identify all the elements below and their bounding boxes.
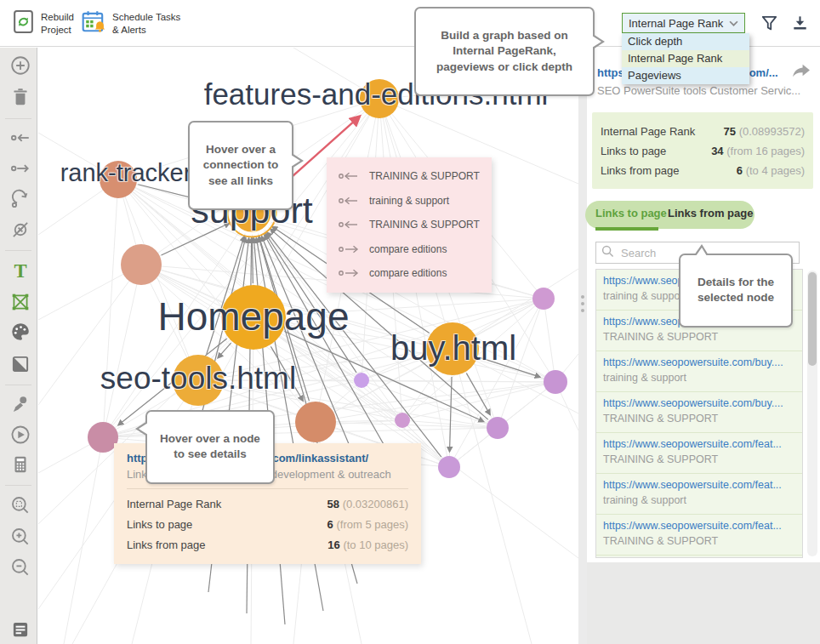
link-row-url[interactable]: https://www.seopowersuite.com/buy.... [603, 397, 792, 409]
node-label: rank-tracker [60, 159, 192, 187]
build-graph-callout: Build a graph based on Internal PageRank… [414, 7, 595, 96]
schedule-tasks-icon [81, 9, 106, 37]
selected-node-stats: Internal Page Rank 75 (0.08993572) Links… [592, 112, 813, 189]
link-row-url[interactable]: https://www.seopowersuite.com/feat... [603, 520, 792, 532]
open-page-icon[interactable] [791, 63, 811, 83]
pin-icon[interactable] [9, 393, 31, 415]
loop-links-icon[interactable] [9, 189, 31, 211]
node-label: buy.html [390, 329, 516, 368]
outgoing-link-icon [338, 268, 360, 278]
node-details-panel: https://www.seopowersuite.com/... SEO Po… [587, 48, 820, 644]
stat-row: Links from page 6 (to 4 pages) [601, 161, 805, 180]
links-scrollbar-thumb[interactable] [808, 272, 817, 366]
connection-link-anchor: compare editions [369, 267, 447, 279]
link-row[interactable]: https://www.seopowersuite.com/buy....tra… [596, 351, 802, 392]
outgoing-links-icon[interactable] [9, 157, 31, 180]
graph-node-purple-3[interactable] [487, 417, 509, 439]
calculator-icon[interactable] [9, 453, 31, 476]
metric-option-click-depth[interactable]: Click depth [622, 33, 749, 50]
connection-link-row: training & support [327, 189, 492, 214]
link-row-url[interactable]: https://www.seopowersuite.com/buy.... [603, 356, 792, 368]
graph-node-purple-5[interactable] [395, 413, 410, 428]
connection-link-row: TRAINING & SUPPORT [327, 164, 492, 189]
zoom-region-icon[interactable] [9, 494, 31, 516]
link-row[interactable]: https://www.seopowersuite.com/feat...TRA… [596, 433, 802, 474]
outgoing-link-icon [338, 244, 360, 254]
graph-node-purple-4[interactable] [438, 456, 460, 478]
contrast-icon[interactable] [9, 353, 31, 375]
website-auditor-visualization: Rebuild Project Schedule Tasks & Alerts [0, 0, 820, 644]
graph-metric-menu: Click depth Internal Page Rank Pageviews [622, 33, 749, 84]
hover-node-callout-text: Hover over a node to see details [160, 432, 260, 460]
node-shapes-icon[interactable] [9, 291, 31, 313]
export-download-icon[interactable] [790, 14, 810, 37]
link-row-anchor: training & support [603, 494, 795, 506]
schedule-tasks-label: Schedule Tasks & Alerts [112, 11, 185, 37]
stat-row: Internal Page Rank 75 (0.08993572) [601, 122, 805, 141]
visualization-toolbar: T [0, 48, 37, 644]
add-node-icon[interactable] [9, 54, 31, 77]
incoming-link-icon [338, 171, 360, 181]
tab-links-to-page[interactable]: Links to page [595, 207, 667, 219]
graph-node-purple-1[interactable] [532, 288, 555, 310]
notes-icon[interactable] [9, 618, 31, 641]
panel-resize-handle[interactable] [578, 48, 587, 644]
graph-node-purple-6[interactable] [354, 373, 369, 388]
tab-links-from-page[interactable]: Links from page [668, 207, 753, 219]
incoming-link-icon [338, 219, 360, 230]
palette-icon[interactable] [9, 321, 31, 343]
connection-link-row: compare editions [327, 261, 492, 286]
node-label: seo-tools.html [100, 361, 296, 396]
connection-link-anchor: training & support [369, 195, 449, 207]
stat-row: Links to page 34 (from 16 pages) [601, 141, 805, 161]
connection-link-anchor: TRAINING & SUPPORT [369, 170, 480, 182]
selected-node-callout: Details for the selected node [679, 254, 793, 328]
node-label: Homepage [157, 294, 349, 339]
graph-node-salmon-3[interactable] [295, 402, 336, 442]
connection-link-anchor: TRAINING & SUPPORT [369, 219, 480, 231]
hover-node-callout: Hover over a node to see details [145, 410, 275, 484]
incoming-link-icon [338, 196, 360, 206]
link-row-anchor: TRAINING & SUPPORT [603, 331, 795, 343]
delete-node-icon[interactable] [9, 86, 31, 108]
svg-text:T: T [14, 260, 26, 282]
rebuild-project-icon [12, 9, 35, 37]
selected-node-callout-text: Details for the selected node [698, 276, 774, 304]
zoom-out-icon[interactable] [9, 556, 31, 578]
connection-link-row: TRAINING & SUPPORT [327, 213, 492, 237]
play-icon[interactable] [9, 424, 31, 446]
active-tab-underline [595, 227, 658, 231]
text-labels-icon[interactable]: T [9, 259, 31, 282]
link-row-anchor: TRAINING & SUPPORT [603, 535, 795, 547]
metric-option-internal-page-rank[interactable]: Internal Page Rank [622, 50, 749, 67]
graph-metric-value: Internal Page Rank [629, 17, 723, 30]
link-row[interactable]: https://www.seopowersuite.com/buy....TRA… [596, 392, 802, 433]
connection-link-row: compare editions [327, 237, 492, 262]
connection-link-anchor: compare editions [369, 243, 447, 255]
incoming-links-icon[interactable] [9, 127, 31, 149]
link-row-anchor: TRAINING & SUPPORT [603, 453, 795, 465]
graph-canvas[interactable]: features-and-editions.htmlrank-trackersu… [38, 48, 578, 644]
node-tooltip-stat-row: Links to page 6 (from 5 pages) [127, 515, 408, 535]
graph-node-salmon-2[interactable] [121, 244, 162, 285]
search-icon [601, 245, 614, 261]
graph-node-purple-2[interactable] [544, 370, 567, 394]
filter-icon[interactable] [760, 14, 779, 37]
connection-links-tooltip: TRAINING & SUPPORTtraining & supportTRAI… [327, 157, 492, 293]
remove-link-icon[interactable] [9, 219, 31, 241]
build-graph-callout-text: Build a graph based on Internal PageRank… [436, 29, 572, 72]
node-tooltip-stat-row: Links from page 16 (to 10 pages) [127, 535, 408, 556]
panel-footer [587, 562, 820, 644]
metric-option-pageviews[interactable]: Pageviews [622, 67, 749, 84]
rebuild-project-button[interactable]: Rebuild Project [12, 9, 82, 37]
link-row[interactable]: https://www.seopowersuite.com/feat...tra… [596, 474, 802, 515]
zoom-in-icon[interactable] [9, 526, 31, 548]
hover-connection-callout-text: Hover over a connection to see all links [203, 143, 279, 186]
link-row-anchor: TRAINING & SUPPORT [603, 413, 795, 425]
link-row-url[interactable]: https://www.seopowersuite.com/feat... [603, 438, 792, 450]
graph-metric-select[interactable]: Internal Page Rank [622, 13, 745, 33]
schedule-tasks-button[interactable]: Schedule Tasks & Alerts [81, 9, 185, 37]
link-row-url[interactable]: https://www.seopowersuite.com/feat... [603, 479, 792, 491]
link-row[interactable]: https://www.seopowersuite.com/feat...TRA… [596, 515, 802, 556]
node-tooltip-stat-row: Internal Page Rank 58 (0.03200861) [127, 494, 408, 515]
